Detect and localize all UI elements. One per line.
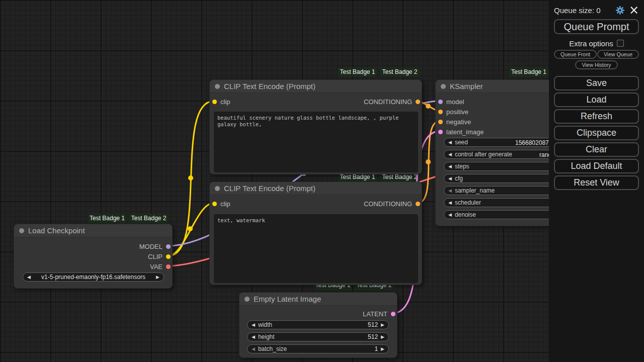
widget-label: steps [455,163,469,170]
decrement-arrow-icon[interactable] [448,150,452,158]
load-default-button[interactable]: Load Default [554,159,639,173]
clip-port-icon[interactable] [212,202,217,206]
conditioning-port-icon[interactable] [438,120,443,124]
width-widget[interactable]: width 512 [247,320,389,329]
node-title-bar[interactable]: Empty Latent Image [239,293,397,306]
decrement-arrow-icon[interactable] [252,321,255,329]
node-clip-text-encode-negative[interactable]: CLIP Text Encode (Prompt) clip CONDITION… [209,182,422,285]
prev-arrow-icon[interactable] [27,273,31,281]
output-conditioning: CONDITIONING [364,99,420,105]
port-label: clip [220,200,230,208]
load-button[interactable]: Load [554,93,639,107]
extra-options-checkbox[interactable] [617,40,624,47]
output-vae: VAE [150,263,171,269]
clear-button[interactable]: Clear [554,142,639,157]
conditioning-port-icon[interactable] [416,100,420,104]
port-label: negative [446,118,471,126]
ckpt-name-value: v1-5-pruned-emaonly-fp16.safetensors [34,274,153,281]
node-title-bar[interactable]: Load Checkpoint [14,224,172,237]
ckpt-name-widget[interactable]: v1-5-pruned-emaonly-fp16.safetensors [23,273,164,282]
reset-view-button[interactable]: Reset View [554,175,639,190]
input-latent-image: latent_image [438,129,484,135]
input-clip: clip [212,201,230,207]
port-label: latent_image [446,128,484,136]
view-queue-button[interactable]: View Queue [597,50,639,59]
node-title: CLIP Text Encode (Prompt) [224,82,315,90]
widget-label: cfg [455,175,463,182]
increment-arrow-icon[interactable] [381,321,384,329]
port-label: VAE [150,263,163,270]
close-icon[interactable]: × [629,5,639,15]
extra-options-row: Extra options [554,39,639,48]
extra-options-label: Extra options [569,39,613,48]
save-button[interactable]: Save [554,76,639,90]
widget-label: height [258,333,275,340]
node-load-checkpoint[interactable]: Load Checkpoint MODEL CLIP VAE v1-5-prun… [14,224,173,289]
widget-label: seed [455,139,468,146]
settings-gear-icon[interactable] [615,6,625,15]
decrement-arrow-icon[interactable] [252,333,255,341]
node-title-bar[interactable]: CLIP Text Encode (Prompt) [210,80,422,93]
widget-label: scheduler [455,199,481,206]
clipspace-button[interactable]: Clipspace [554,126,639,140]
input-model: model [438,99,464,105]
port-label: CONDITIONING [364,200,412,208]
collapse-dot-icon[interactable] [441,84,446,89]
port-label: model [446,98,464,106]
widget-value: 1 [374,345,378,352]
node-graph-canvas[interactable]: Test Badge 1 Test Badge 2 Test Badge 1 T… [0,0,644,362]
model-port-icon[interactable] [438,100,443,104]
increment-arrow-icon[interactable] [381,345,384,353]
prompt-text-input[interactable]: text, watermark [214,214,418,283]
collapse-dot-icon[interactable] [215,186,220,191]
node-title: Load Checkpoint [28,226,85,235]
widget-label: batch_size [258,345,287,352]
decrement-arrow-icon[interactable] [448,174,452,183]
decrement-arrow-icon[interactable] [448,162,452,170]
port-label: CONDITIONING [364,98,412,106]
widget-value: 512 [368,321,378,328]
increment-arrow-icon[interactable] [381,333,384,341]
queue-front-button[interactable]: Queue Front [554,50,597,59]
refresh-button[interactable]: Refresh [554,109,639,124]
decrement-arrow-icon[interactable] [252,345,255,353]
widget-value: 1566802087 [515,139,549,147]
batch-size-widget[interactable]: batch_size 1 [247,344,389,353]
decrement-arrow-icon[interactable] [448,187,452,195]
node-title: CLIP Text Encode (Prompt) [224,184,315,193]
latent-port-icon[interactable] [391,312,395,316]
collapse-dot-icon[interactable] [19,228,24,233]
clip-port-icon[interactable] [212,100,217,104]
next-arrow-icon[interactable] [156,273,159,281]
widget-label: denoise [455,211,476,218]
input-positive: positive [438,109,468,115]
conditioning-port-icon[interactable] [438,110,443,114]
output-clip: CLIP [148,253,171,259]
widget-label: sampler_name [455,187,495,194]
output-conditioning: CONDITIONING [364,201,420,207]
node-title-bar[interactable]: CLIP Text Encode (Prompt) [210,182,422,195]
widget-value: 512 [368,333,378,340]
vae-port-icon[interactable] [166,264,171,269]
decrement-arrow-icon[interactable] [448,138,452,146]
height-widget[interactable]: height 512 [247,332,389,341]
view-history-button[interactable]: View History [575,60,617,69]
port-label: CLIP [148,253,163,260]
node-title: Empty Latent Image [254,295,321,303]
collapse-dot-icon[interactable] [215,84,220,89]
output-latent: LATENT [363,311,395,317]
model-port-icon[interactable] [166,244,171,249]
decrement-arrow-icon[interactable] [448,211,452,219]
collapse-dot-icon[interactable] [245,297,250,302]
comfy-menu-panel: Queue size: 0 × Queue Prompt Extra optio… [549,0,644,362]
clip-port-icon[interactable] [166,254,171,259]
decrement-arrow-icon[interactable] [448,199,452,207]
conditioning-port-icon[interactable] [416,202,420,206]
node-clip-text-encode-positive[interactable]: CLIP Text Encode (Prompt) clip CONDITION… [209,79,422,174]
latent-port-icon[interactable] [438,130,443,134]
prompt-text-input[interactable]: beautiful scenery nature glass bottle la… [214,112,418,172]
node-title: KSampler [450,82,483,90]
node-empty-latent-image[interactable]: Empty Latent Image LATENT width 512 heig… [239,292,397,358]
queue-prompt-button[interactable]: Queue Prompt [554,19,639,34]
port-label: MODEL [139,243,163,250]
